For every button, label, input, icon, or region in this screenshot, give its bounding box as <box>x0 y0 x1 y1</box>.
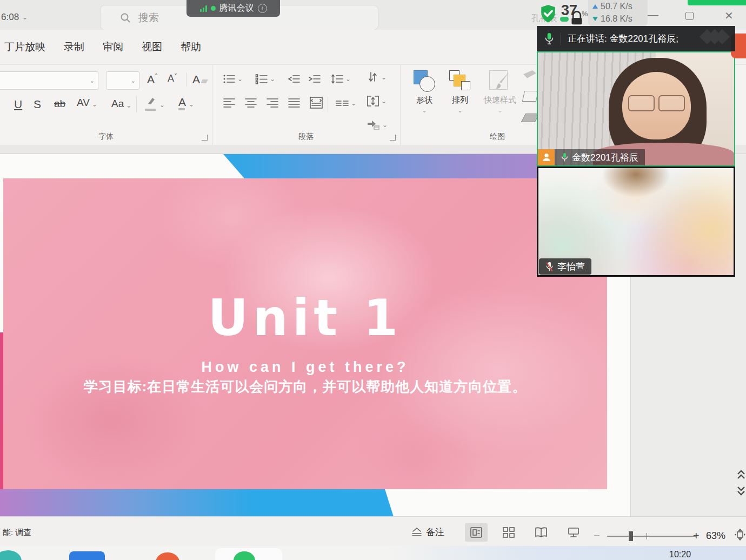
double-strike-button[interactable]: ab <box>54 98 65 109</box>
shape-outline-icon[interactable] <box>522 91 538 102</box>
taskbar-clock: 10:20 <box>669 550 691 559</box>
view-normal-button[interactable] <box>465 523 488 542</box>
next-slide-button[interactable] <box>737 485 745 496</box>
zoom-in-button[interactable]: + <box>693 530 700 542</box>
decrease-indent-button[interactable] <box>288 74 301 84</box>
highlight-color-button[interactable]: ⌄ <box>145 96 165 108</box>
justify-button[interactable] <box>288 97 301 108</box>
font-dialog-launcher[interactable] <box>202 135 208 141</box>
highlighter-icon <box>145 96 157 108</box>
chevron-down-icon: ⌄ <box>159 102 165 108</box>
dock-app-icon[interactable] <box>0 550 22 560</box>
view-reading-button[interactable] <box>530 523 552 542</box>
chevron-down-icon: ⌄ <box>270 75 275 83</box>
align-center-button[interactable] <box>244 97 257 108</box>
zoom-100-tick <box>647 533 647 539</box>
chevron-down-icon: ⌄ <box>382 121 388 129</box>
slide-background-image[interactable]: Unit 1 How can I get there? 学习目标:在日常生活可以… <box>3 178 607 489</box>
status-bar: 能: 调查 备注 − <box>0 516 746 546</box>
eraser-icon <box>201 79 208 83</box>
previous-slide-button[interactable] <box>737 469 745 480</box>
security-shield-icon <box>539 4 557 24</box>
meeting-floating-pill[interactable]: 腾讯会议 i <box>186 0 280 17</box>
chevron-down-icon: ⌄ <box>22 14 28 21</box>
participant1-glasses <box>628 95 685 111</box>
speaking-banner-text: 正在讲话: 金数2201孔裕辰; <box>568 32 678 45</box>
system-clock[interactable]: 6:08 ⌄ <box>1 12 28 23</box>
quick-styles-button[interactable]: 快速样式 ⌄ <box>480 69 520 114</box>
align-right-button[interactable] <box>266 97 279 108</box>
strikethrough-button[interactable]: S <box>34 98 41 110</box>
view-sorter-button[interactable] <box>497 523 520 542</box>
numbering-button[interactable]: ⌄ <box>255 74 275 84</box>
character-spacing-button[interactable]: AV⌄ <box>77 97 97 108</box>
chevron-down-icon: ⌄ <box>381 97 387 105</box>
status-left-text: 能: 调查 <box>3 528 31 538</box>
clear-format-button[interactable]: A <box>192 74 207 85</box>
font-group-label: 字体 <box>0 132 212 142</box>
download-speed: 16.8 K/s <box>592 14 632 24</box>
line-spacing-button[interactable]: ⌄ <box>331 74 351 84</box>
font-color-button[interactable]: A ⌄ <box>178 96 194 108</box>
minimize-button[interactable]: — <box>648 9 658 21</box>
paragraph-dialog-launcher[interactable] <box>390 135 396 141</box>
chevron-down-icon: ⌄ <box>189 101 194 108</box>
mic-on-icon <box>561 152 568 162</box>
close-button[interactable]: ✕ <box>724 9 734 22</box>
participant2-nameplate: 李怡萱 <box>539 258 591 275</box>
restore-button[interactable] <box>685 12 694 20</box>
dock-app-icon[interactable] <box>156 552 179 560</box>
participant1-nameplate: 金数2201孔裕辰 <box>538 149 645 165</box>
notes-label: 备注 <box>426 526 444 538</box>
distribute-button[interactable] <box>309 96 323 109</box>
zoom-out-button[interactable]: − <box>594 530 600 542</box>
columns-button[interactable]: ⌄ <box>335 99 356 107</box>
chevron-down-icon: ⌄ <box>381 74 387 81</box>
change-case-button[interactable]: Aa⌄ <box>111 98 131 109</box>
chevron-down-icon: ⌄ <box>92 101 97 108</box>
shrink-font-button[interactable]: Aˇ <box>168 74 177 83</box>
view-slideshow-button[interactable] <box>562 523 585 542</box>
arrange-button[interactable]: 排列 ⌄ <box>443 69 477 114</box>
dock-app-icon[interactable] <box>69 551 105 560</box>
chevron-down-icon: ⌄ <box>90 77 95 84</box>
smartart-button[interactable]: ⌄ <box>367 119 388 131</box>
slide-objective-text[interactable]: 学习目标:在日常生活可以会问方向，并可以帮助他人知道方向位置。 <box>3 377 607 396</box>
shapes-icon <box>412 69 436 93</box>
slide-title[interactable]: Unit 1 <box>3 289 607 347</box>
search-icon <box>120 12 131 23</box>
align-text-button[interactable]: ⌄ <box>367 95 387 107</box>
zoom-percent[interactable]: 63% <box>706 530 725 542</box>
fit-to-window-icon[interactable] <box>734 529 746 541</box>
notes-button[interactable]: 备注 <box>411 526 444 538</box>
font-name-combobox[interactable]: ⌄ <box>0 71 98 90</box>
upload-speed-text: 50.7 K/s <box>601 2 632 11</box>
underline-button[interactable]: U <box>14 98 22 110</box>
increase-indent-button[interactable] <box>308 74 321 84</box>
screen: 6:08 ⌄ 搜索 孔裕辰 37 % 50.7 K/s 1 <box>0 0 746 560</box>
search-placeholder: 搜索 <box>138 11 159 25</box>
ribbon-font-group: ⌄ ⌄ Aˆ Aˇ A U S ab AV⌄ A <box>0 65 212 145</box>
microphone-icon <box>544 32 554 45</box>
bullets-button[interactable]: ⌄ <box>223 74 243 84</box>
font-size-combobox[interactable]: ⌄ <box>106 71 139 90</box>
slide-scroll-nav <box>736 469 746 515</box>
menu-record[interactable]: 录制 <box>64 40 84 54</box>
menu-help[interactable]: 帮助 <box>181 40 201 54</box>
download-speed-text: 16.8 K/s <box>601 14 632 24</box>
menu-view[interactable]: 视图 <box>142 40 162 54</box>
text-direction-button[interactable]: ⌄ <box>367 71 387 83</box>
meeting-pill-label: 腾讯会议 <box>219 3 254 14</box>
zoom-slider-thumb[interactable] <box>629 531 633 541</box>
menu-slideshow[interactable]: 丁片放映 <box>4 40 45 54</box>
notes-icon <box>411 527 423 538</box>
grow-font-button[interactable]: Aˆ <box>147 74 157 85</box>
shapes-button[interactable]: 形状 ⌄ <box>408 69 441 114</box>
slide-subtitle[interactable]: How can I get there? <box>3 359 607 376</box>
align-left-button[interactable] <box>223 97 236 108</box>
download-arrow-icon <box>592 17 598 21</box>
chevron-down-icon: ⌄ <box>345 75 351 83</box>
shape-fill-icon[interactable] <box>523 70 536 80</box>
menu-review[interactable]: 审阅 <box>103 40 123 54</box>
zoom-slider-track[interactable] <box>607 536 696 537</box>
